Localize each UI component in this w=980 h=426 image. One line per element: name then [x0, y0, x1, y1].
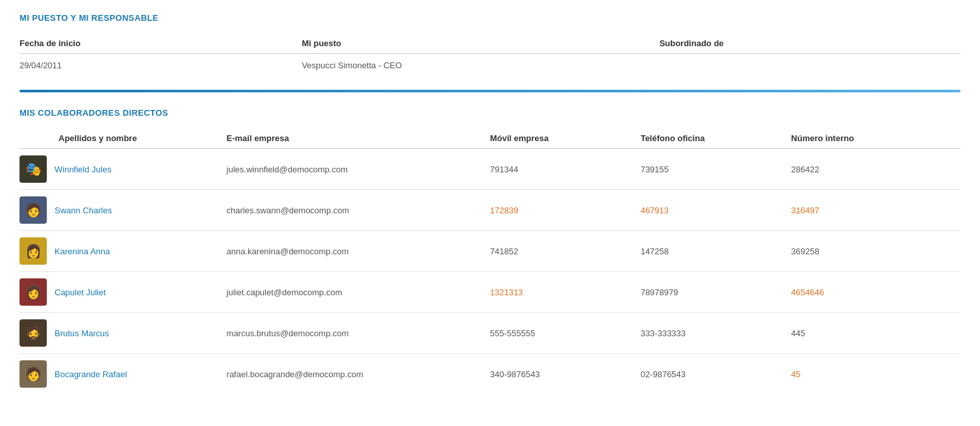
table-row: 🎭Winnfield Julesjules.winnfield@democomp…	[19, 149, 961, 190]
numero-capulet: 4654646	[791, 272, 961, 313]
telefono-brutus: 333-333333	[641, 313, 792, 354]
table-row: 🧑Bocagrande Rafaelrafael.bocagrande@demo…	[19, 354, 961, 395]
movil-swann: 172839	[490, 190, 641, 231]
avatar-brutus: 🧔	[19, 319, 47, 347]
movil-karenina: 741852	[490, 231, 641, 272]
puesto-fecha: 29/04/2011	[19, 54, 302, 77]
col-header-name: Apellidos y nombre	[19, 128, 227, 149]
movil-bocagrande: 340-9876543	[490, 354, 641, 395]
email-swann: charles.swann@democomp.com	[227, 190, 490, 231]
avatar-swann: 🧑	[19, 196, 47, 224]
name-link-bocagrande[interactable]: Bocagrande Rafael	[55, 369, 127, 379]
table-row: 🧑Swann Charlescharles.swann@democomp.com…	[19, 190, 961, 231]
colaboradores-table: Apellidos y nombre E-mail empresa Móvil …	[19, 128, 961, 394]
puesto-row: 29/04/2011 Vespucci Simonetta - CEO	[19, 54, 961, 77]
numero-bocagrande: 45	[791, 354, 961, 395]
name-link-karenina[interactable]: Karenina Anna	[55, 246, 110, 256]
col-header-movil: Móvil empresa	[490, 128, 641, 149]
puesto-subordinado	[660, 54, 961, 77]
puesto-section-title: MI PUESTO Y MI RESPONSABLE	[19, 13, 961, 23]
col-header-numero: Número interno	[791, 128, 961, 149]
email-karenina: anna.karenina@democomp.com	[227, 231, 490, 272]
numero-brutus: 445	[791, 313, 961, 354]
email-capulet: juliet.capulet@democomp.com	[227, 272, 490, 313]
puesto-mi-puesto: Vespucci Simonetta - CEO	[302, 54, 659, 77]
name-link-jules[interactable]: Winnfield Jules	[55, 165, 111, 174]
col-header-puesto: Mi puesto	[302, 33, 659, 54]
puesto-section: MI PUESTO Y MI RESPONSABLE Fecha de inic…	[19, 13, 961, 77]
col-header-fecha: Fecha de inicio	[19, 33, 302, 54]
movil-jules: 791344	[490, 149, 641, 190]
movil-brutus: 555-555555	[490, 313, 641, 354]
col-header-email: E-mail empresa	[227, 128, 490, 149]
numero-swann: 316497	[791, 190, 961, 231]
movil-capulet: 1321313	[490, 272, 641, 313]
puesto-table: Fecha de inicio Mi puesto Subordinado de…	[19, 33, 961, 77]
telefono-capulet: 78978979	[641, 272, 792, 313]
name-link-brutus[interactable]: Brutus Marcus	[55, 328, 109, 338]
email-bocagrande: rafael.bocagrande@democomp.com	[227, 354, 490, 395]
table-row: 🧔Brutus Marcusmarcus.brutus@democomp.com…	[19, 313, 961, 354]
numero-jules: 286422	[791, 149, 961, 190]
table-row: 👩Capulet Julietjuliet.capulet@democomp.c…	[19, 272, 961, 313]
name-link-swann[interactable]: Swann Charles	[55, 206, 112, 215]
colaboradores-section-title: MIS COLABORADORES DIRECTOS	[19, 108, 961, 118]
telefono-swann: 467913	[641, 190, 792, 231]
email-jules: jules.winnfield@democomp.com	[227, 149, 490, 190]
name-link-capulet[interactable]: Capulet Juliet	[55, 287, 106, 297]
telefono-jules: 739155	[641, 149, 792, 190]
avatar-karenina: 👩	[19, 237, 47, 265]
numero-karenina: 369258	[791, 231, 961, 272]
avatar-bocagrande: 🧑	[19, 360, 47, 388]
avatar-jules: 🎭	[19, 155, 47, 183]
telefono-bocagrande: 02-9876543	[641, 354, 792, 395]
avatar-capulet: 👩	[19, 278, 47, 306]
section-divider	[19, 90, 961, 92]
col-header-telefono: Teléfono oficina	[641, 128, 792, 149]
email-brutus: marcus.brutus@democomp.com	[227, 313, 490, 354]
telefono-karenina: 147258	[641, 231, 792, 272]
col-header-subordinado: Subordinado de	[660, 33, 961, 54]
table-row: 👩Karenina Annaanna.karenina@democomp.com…	[19, 231, 961, 272]
colaboradores-section: MIS COLABORADORES DIRECTOS Apellidos y n…	[19, 108, 961, 394]
